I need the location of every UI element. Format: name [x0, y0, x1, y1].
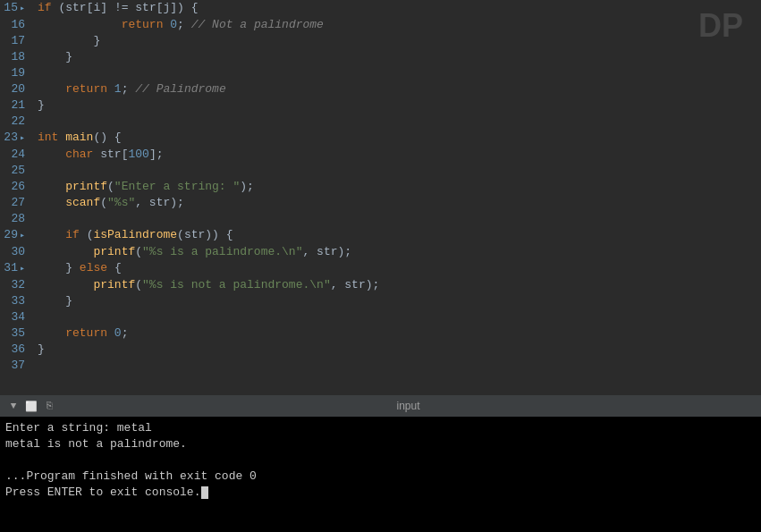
- line-number: 21: [0, 97, 34, 114]
- code-line-21: 21 }: [0, 97, 761, 114]
- code-line-31: 31 } else {: [0, 260, 761, 277]
- line-number: 25: [0, 163, 34, 179]
- code-lines: 15 if (str[i] != str[j]) { 16 return 0; …: [0, 0, 761, 374]
- code-line-35: 35 return 0;: [0, 325, 761, 342]
- code-line-17: 17 }: [0, 33, 761, 49]
- line-content: return 1; // Palindrome: [34, 81, 761, 97]
- line-number: 36: [0, 342, 34, 358]
- line-content: }: [34, 342, 761, 358]
- console-title: input: [63, 400, 754, 412]
- code-editor: DP 15 if (str[i] != str[j]) { 16 return …: [0, 0, 761, 395]
- line-content: }: [34, 293, 761, 309]
- line-content: return 0; // Not a palindrome: [34, 17, 761, 33]
- console-line-5: Press ENTER to exit console.: [5, 485, 756, 501]
- code-line-26: 26 printf("Enter a string: ");: [0, 179, 761, 195]
- code-line-29: 29 if (isPalindrome(str)) {: [0, 227, 761, 244]
- line-number: 15: [0, 0, 34, 17]
- line-number: 16: [0, 17, 34, 33]
- line-content: scanf("%s", str);: [34, 195, 761, 211]
- console-down-icon[interactable]: ▼: [7, 400, 20, 412]
- line-content: printf("Enter a string: ");: [34, 179, 761, 195]
- code-line-34: 34: [0, 309, 761, 325]
- line-content: }: [34, 49, 761, 65]
- line-number: 31: [0, 260, 34, 277]
- code-line-18: 18 }: [0, 49, 761, 65]
- code-line-27: 27 scanf("%s", str);: [0, 195, 761, 211]
- console-copy-icon[interactable]: ⎘: [43, 400, 55, 412]
- line-number: 32: [0, 277, 34, 293]
- code-line-20: 20 return 1; // Palindrome: [0, 81, 761, 97]
- line-number: 35: [0, 325, 34, 342]
- console-header: ▼ ⬜ ⎘ input: [0, 395, 761, 417]
- console-line-3: [5, 452, 756, 469]
- line-number: 37: [0, 358, 34, 374]
- code-line-22: 22: [0, 114, 761, 130]
- line-content: if (str[i] != str[j]) {: [34, 0, 761, 16]
- line-content: int main() {: [34, 130, 761, 146]
- cursor: [201, 486, 208, 499]
- line-number: 19: [0, 65, 34, 81]
- line-number: 34: [0, 309, 34, 325]
- code-line-25: 25: [0, 163, 761, 179]
- code-line-23: 23 int main() {: [0, 130, 761, 147]
- line-content: }: [34, 97, 761, 114]
- code-line-37: 37: [0, 358, 761, 374]
- line-content: printf("%s is not a palindrome.\n", str)…: [34, 277, 761, 293]
- console-expand-icon[interactable]: ⬜: [25, 400, 38, 412]
- line-number: 22: [0, 114, 34, 130]
- line-number: 26: [0, 179, 34, 195]
- line-content: if (isPalindrome(str)) {: [34, 227, 761, 243]
- line-number: 23: [0, 130, 34, 147]
- line-number: 18: [0, 49, 34, 65]
- code-line-24: 24 char str[100];: [0, 147, 761, 163]
- line-number: 29: [0, 227, 34, 244]
- code-line-32: 32 printf("%s is not a palindrome.\n", s…: [0, 277, 761, 293]
- code-line-36: 36 }: [0, 342, 761, 358]
- code-line-33: 33 }: [0, 293, 761, 309]
- console-line-2: metal is not a palindrome.: [5, 436, 756, 452]
- line-number: 33: [0, 293, 34, 309]
- line-content: }: [34, 33, 761, 49]
- line-number: 27: [0, 195, 34, 211]
- line-content: return 0;: [34, 325, 761, 342]
- line-content: printf("%s is a palindrome.\n", str);: [34, 244, 761, 260]
- console-icons: ▼ ⬜ ⎘: [7, 400, 55, 412]
- console-line-1: Enter a string: metal: [5, 420, 756, 436]
- code-line-16: 16 return 0; // Not a palindrome: [0, 17, 761, 33]
- code-line-30: 30 printf("%s is a palindrome.\n", str);: [0, 244, 761, 260]
- line-content: } else {: [34, 260, 761, 276]
- line-content: char str[100];: [34, 147, 761, 163]
- line-number: 24: [0, 147, 34, 163]
- line-number: 28: [0, 211, 34, 227]
- console-line-4: ...Program finished with exit code 0: [5, 469, 756, 485]
- code-line-28: 28: [0, 211, 761, 227]
- line-number: 30: [0, 244, 34, 260]
- line-number: 17: [0, 33, 34, 49]
- line-number: 20: [0, 81, 34, 97]
- console-area: ▼ ⬜ ⎘ input Enter a string: metal metal …: [0, 395, 761, 532]
- console-output[interactable]: Enter a string: metal metal is not a pal…: [0, 417, 761, 504]
- code-line-19: 19: [0, 65, 761, 81]
- code-line-15: 15 if (str[i] != str[j]) {: [0, 0, 761, 17]
